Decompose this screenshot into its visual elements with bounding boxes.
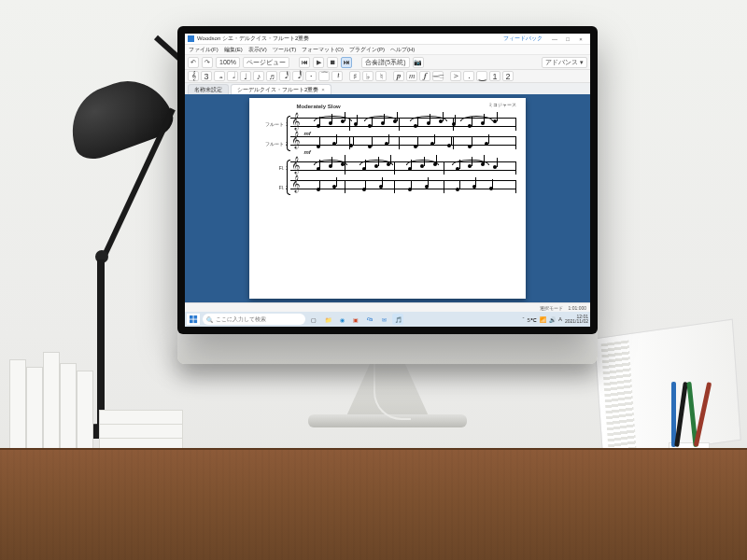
window-title: Woodson シエ・デルクイス・フルート2重奏 — [197, 35, 309, 43]
treble-clef-icon: 𝄞 — [291, 133, 300, 147]
slur-button[interactable]: ‿ — [476, 71, 487, 81]
search-icon: 🔍 — [206, 316, 213, 323]
edge-icon[interactable]: ◉ — [336, 314, 347, 325]
part-label: Fl. 2 — [259, 185, 288, 190]
document-tabbar: 名称未設定 シーデルクイス・フルート2重奏 × — [185, 83, 590, 94]
stop-button[interactable]: ⏹ — [327, 57, 338, 68]
svg-rect-0 — [190, 315, 193, 319]
app-taskbar-icon[interactable]: 🎵 — [392, 314, 403, 325]
mail-icon[interactable]: ✉ — [378, 314, 389, 325]
close-button[interactable]: × — [574, 35, 587, 44]
rewind-button[interactable]: ⏮ — [299, 57, 310, 68]
note-32nd[interactable]: 𝅘𝅥𝅰 — [279, 71, 290, 81]
triplet-button[interactable]: 3 — [201, 71, 212, 81]
menu-tools[interactable]: ツール(T) — [273, 46, 297, 54]
network-icon[interactable]: 📶 — [540, 316, 546, 323]
play-button[interactable]: ▶ — [313, 57, 324, 68]
system-2: Fl. 1 Fl. 2 𝄞 — [259, 158, 515, 197]
sharp-button[interactable]: ♯ — [349, 71, 360, 81]
chevron-up-icon[interactable]: ˄ — [522, 316, 525, 323]
menubar: ファイル(F) 編集(E) 表示(V) ツール(T) フォーマット(O) プラグ… — [185, 45, 590, 55]
note-quarter[interactable]: ♩ — [240, 71, 251, 81]
flat-button[interactable]: ♭ — [362, 71, 374, 81]
volume-icon[interactable]: 🔊 — [549, 316, 556, 323]
pageview-dropdown[interactable]: ページビュー — [243, 57, 289, 68]
start-button[interactable] — [187, 314, 200, 325]
staccato-button[interactable]: ． — [463, 71, 474, 81]
dyn-pp[interactable]: 𝆏 — [393, 71, 404, 81]
treble-clef-icon: 𝄞 — [291, 176, 300, 191]
staff-fl1[interactable]: 𝄞 mf — [290, 116, 515, 133]
tab-current[interactable]: シーデルクイス・フルート2重奏 × — [231, 84, 331, 94]
system-1: フルート 1 フルート 2 𝄞 mf — [259, 114, 515, 153]
note-16th[interactable]: ♬ — [266, 71, 277, 81]
svg-rect-2 — [190, 319, 193, 323]
zoom-dropdown[interactable]: 100% — [216, 57, 240, 68]
screenshot-button[interactable]: 📷 — [413, 57, 424, 68]
svg-rect-1 — [193, 315, 197, 319]
redo-button[interactable]: ↷ — [202, 57, 213, 68]
tempo-marking: Moderately Slow — [296, 104, 515, 109]
score-page[interactable]: ミコジャース Moderately Slow フルート 1 フルート 2 — [249, 98, 525, 299]
taskbar-search[interactable]: 🔍 ここに入力して検索 — [203, 314, 305, 325]
tab-label: シーデルクイス・フルート2重奏 — [237, 86, 318, 94]
rest-button[interactable]: 𝄽 — [331, 71, 343, 81]
menu-format[interactable]: フォーマット(O) — [302, 46, 344, 54]
system-tray[interactable]: ˄ 5℃ 📶 🔊 A 12:01 2021/11/02 — [522, 315, 588, 324]
menu-edit[interactable]: 編集(E) — [224, 46, 243, 54]
search-placeholder: ここに入力して検索 — [216, 315, 266, 324]
part-label: フルート 1 — [259, 121, 288, 127]
open-book — [594, 319, 741, 460]
staff-fl2[interactable]: 𝄞 — [290, 178, 515, 195]
windows-icon — [190, 315, 198, 324]
part-label: Fl. 1 — [259, 165, 288, 171]
note-whole[interactable]: 𝅝 — [214, 71, 225, 81]
undo-button[interactable]: ↶ — [188, 57, 199, 68]
minimize-button[interactable]: — — [548, 35, 561, 44]
toolbar-notes: 𝄞 3 𝅝 𝅗𝅥 ♩ ♪ ♬ 𝅘𝅥𝅰 𝅘𝅥𝅱 ･ ⌒ 𝄽 ♯ ♭ ♮ — [185, 70, 590, 83]
select-tool[interactable]: 𝄞 — [188, 71, 199, 81]
explorer-icon[interactable]: 📁 — [322, 314, 333, 325]
note-64th[interactable]: 𝅘𝅥𝅱 — [292, 71, 303, 81]
score-layout-dropdown[interactable]: 合奏譜(5系統) — [361, 57, 410, 68]
tab-close-icon[interactable]: × — [321, 87, 325, 92]
workspace[interactable]: ミコジャース Moderately Slow フルート 1 フルート 2 — [185, 94, 590, 302]
natural-button[interactable]: ♮ — [375, 71, 387, 81]
staff-fl1[interactable]: 𝄞 — [290, 160, 515, 176]
office-icon[interactable]: ▣ — [350, 314, 361, 325]
maximize-button[interactable]: □ — [561, 35, 574, 44]
ending1-button[interactable]: 1 — [489, 71, 500, 81]
ending2-button[interactable]: 2 — [502, 71, 514, 81]
status-mode: 選択モード — [540, 305, 563, 311]
advance-dropdown[interactable]: アドバンス ▾ — [542, 57, 587, 68]
taskbar-clock[interactable]: 12:01 2021/11/02 — [565, 315, 588, 324]
part-label: フルート 2 — [259, 141, 288, 147]
note-half[interactable]: 𝅗𝅥 — [227, 71, 238, 81]
tie-button[interactable]: ⌒ — [318, 71, 330, 81]
weather-widget[interactable]: 5℃ — [528, 316, 537, 323]
menu-plugin[interactable]: プラグイン(P) — [349, 46, 385, 54]
menu-file[interactable]: ファイル(F) — [189, 46, 218, 54]
titlebar: Woodson シエ・デルクイス・フルート2重奏 フィードバック — □ × — [185, 34, 590, 45]
menu-view[interactable]: 表示(V) — [248, 46, 267, 54]
clock-date: 2021/11/02 — [565, 319, 588, 324]
store-icon[interactable]: 🛍 — [364, 314, 375, 325]
desk-surface — [0, 448, 747, 560]
taskview-icon[interactable]: ▢ — [308, 314, 319, 325]
feedback-button[interactable]: フィードバック — [503, 35, 543, 43]
monitor: Woodson シエ・デルクイス・フルート2重奏 フィードバック — □ × フ… — [177, 26, 598, 334]
app-icon — [188, 35, 194, 42]
ime-icon[interactable]: A — [558, 316, 562, 322]
composer-label: ミコジャース — [488, 102, 516, 107]
music-notation-app: Woodson シエ・デルクイス・フルート2重奏 フィードバック — □ × フ… — [185, 34, 590, 327]
dyn-ff[interactable]: 𝆒 — [432, 71, 444, 81]
forward-button[interactable]: ⏭ — [341, 57, 352, 68]
dot-button[interactable]: ･ — [305, 71, 317, 81]
accent-button[interactable]: ＞ — [450, 71, 461, 81]
dyn-f[interactable]: 𝆑 — [419, 71, 430, 81]
menu-help[interactable]: ヘルプ(H) — [390, 46, 415, 54]
staff-fl2[interactable]: 𝄞 mf — [290, 134, 515, 151]
tab-untitled[interactable]: 名称未設定 — [188, 84, 229, 94]
dyn-p[interactable]: 𝆐 — [406, 71, 417, 81]
note-eighth[interactable]: ♪ — [253, 71, 264, 81]
